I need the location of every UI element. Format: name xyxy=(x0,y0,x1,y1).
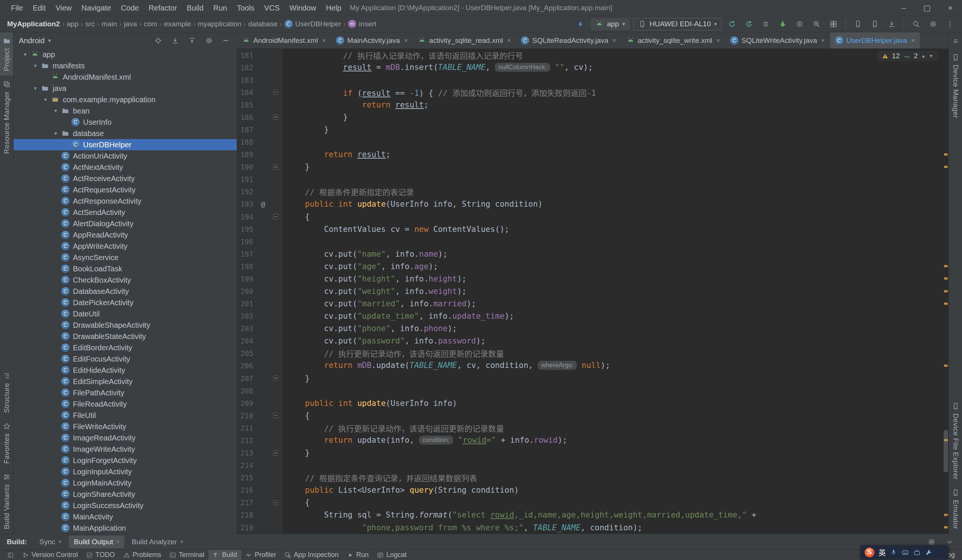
code-line-210[interactable]: 210 { xyxy=(237,409,949,422)
fold-end-icon[interactable] xyxy=(270,447,282,459)
status-item-terminal[interactable]: Terminal xyxy=(165,550,208,560)
search-everywhere-button[interactable] xyxy=(909,18,923,31)
tree-item-alertdialogactivity[interactable]: CAlertDialogActivity xyxy=(13,218,237,229)
menu-file[interactable]: File xyxy=(6,0,28,16)
tree-expand-icon[interactable]: ▾ xyxy=(20,51,30,58)
tree-item-actrequestactivity[interactable]: CActRequestActivity xyxy=(13,184,237,195)
apply-code-changes-button[interactable] xyxy=(742,18,756,31)
code-line-215[interactable]: 215 // 根据指定条件查询记录，并返回结果数据列表 xyxy=(237,472,949,484)
close-button[interactable]: × xyxy=(939,0,962,16)
code-line-206[interactable]: 206 return mDB.update(TABLE_NAME, cv, co… xyxy=(237,360,949,372)
breadcrumb-item-database[interactable]: database xyxy=(246,19,279,29)
fold-end-icon[interactable] xyxy=(270,111,282,123)
tree-item-userinfo[interactable]: CUserInfo xyxy=(13,116,237,128)
status-item-run[interactable]: Run xyxy=(343,550,373,560)
target-device-select[interactable]: HUAWEI EDI-AL10▾ xyxy=(633,18,722,31)
tree-expand-icon[interactable]: ▾ xyxy=(31,62,40,69)
status-item-version-control[interactable]: Version Control xyxy=(18,550,82,560)
code-line-219[interactable]: 219 "phone,password from %s where %s;", … xyxy=(237,521,949,534)
toolwindow-project-button[interactable]: Project xyxy=(0,32,13,76)
code-editor[interactable]: 181 // 执行插入记录动作，该语句返回插入记录的行号182 result =… xyxy=(237,49,949,534)
profile-app-button[interactable] xyxy=(810,18,823,31)
tree-item-actresponseactivity[interactable]: CActResponseActivity xyxy=(13,195,237,207)
tree-item-filepathactivity[interactable]: CFilePathActivity xyxy=(13,387,237,399)
close-tab-icon[interactable]: × xyxy=(322,37,326,44)
editor-tab-activity-sqlite-write-xml[interactable]: activity_sqlite_write.xml× xyxy=(621,32,725,48)
code-line-200[interactable]: 200 cv.put("weight", info.weight); xyxy=(237,285,949,297)
close-tab-icon[interactable]: × xyxy=(613,37,616,44)
sogou-logo-icon[interactable]: S xyxy=(865,548,875,557)
debug-button[interactable] xyxy=(776,18,789,31)
tree-item-logininputactivity[interactable]: CLoginInputActivity xyxy=(13,466,237,477)
tree-item-androidmanifest-xml[interactable]: AndroidManifest.xml xyxy=(13,71,237,83)
editor-tab-sqlitewriteactivity-java[interactable]: CSQLiteWriteActivity.java× xyxy=(725,32,830,48)
status-item-build[interactable]: Build xyxy=(208,550,241,560)
project-view-selector[interactable]: Android ▾ xyxy=(19,37,51,45)
breadcrumb-item-app[interactable]: app xyxy=(65,19,81,29)
code-line-201[interactable]: 201 cv.put("married", info.married); xyxy=(237,298,949,310)
editor-tab-userdbhelper-java[interactable]: CUserDBHelper.java× xyxy=(830,32,920,48)
fold-end-icon[interactable] xyxy=(270,372,282,384)
status-item-profiler[interactable]: Profiler xyxy=(241,550,280,560)
breadcrumb-item-myapplication[interactable]: myapplication xyxy=(196,19,243,29)
tree-item-actreceiveactivity[interactable]: CActReceiveActivity xyxy=(13,173,237,184)
ime-toolbar[interactable]: S英 xyxy=(860,545,949,559)
tree-item-drawableshapeactivity[interactable]: CDrawableShapeActivity xyxy=(13,320,237,331)
status-item-problems[interactable]: Problems xyxy=(119,550,165,560)
close-tab-icon[interactable]: × xyxy=(404,37,408,44)
warning-stripe-mark[interactable] xyxy=(944,290,948,292)
warning-stripe-mark[interactable] xyxy=(944,278,948,280)
tree-item-drawablestateactivity[interactable]: CDrawableStateActivity xyxy=(13,331,237,342)
breadcrumb-item-java[interactable]: java xyxy=(122,19,139,29)
code-line-195[interactable]: 195 ContentValues cv = new ContentValues… xyxy=(237,223,949,235)
next-highlight-button[interactable]: ▼ xyxy=(929,54,933,58)
editor-tab-activity-sqlite-read-xml[interactable]: activity_sqlite_read.xml× xyxy=(413,32,516,48)
breadcrumb-item-main[interactable]: main xyxy=(100,19,119,29)
tree-item-asyncservice[interactable]: CAsyncService xyxy=(13,252,237,263)
code-line-185[interactable]: 185 return result; xyxy=(237,98,949,111)
code-line-213[interactable]: 213 } xyxy=(237,447,949,459)
ime-settings-button[interactable] xyxy=(925,549,932,556)
tree-item-editsimpleactivity[interactable]: CEditSimpleActivity xyxy=(13,376,237,387)
menu-build[interactable]: Build xyxy=(182,0,208,16)
multi-preview-button[interactable] xyxy=(827,18,840,31)
code-line-193[interactable]: 193@ public int update(UserInfo info, St… xyxy=(237,198,949,210)
code-line-207[interactable]: 207 } xyxy=(237,372,949,384)
code-line-192[interactable]: 192 // 根据条件更新指定的表记录 xyxy=(237,186,949,198)
code-line-194[interactable]: 194 { xyxy=(237,210,949,223)
tree-item-dateutil[interactable]: CDateUtil xyxy=(13,308,237,320)
close-tab-icon[interactable]: × xyxy=(180,539,183,545)
tree-item-fileutil[interactable]: CFileUtil xyxy=(13,410,237,421)
menu-edit[interactable]: Edit xyxy=(28,0,50,16)
menu-refactor[interactable]: Refactor xyxy=(144,0,182,16)
tree-item-edithideactivity[interactable]: CEditHideActivity xyxy=(13,365,237,376)
menu-view[interactable]: View xyxy=(51,0,77,16)
editor-scrollbar-thumb[interactable] xyxy=(944,429,948,473)
toolwindow-emulator-button[interactable]: Emulator xyxy=(949,484,962,534)
tree-item-loginmainactivity[interactable]: CLoginMainActivity xyxy=(13,477,237,489)
tree-expand-icon[interactable]: ▾ xyxy=(51,130,60,137)
collapse-all-button[interactable] xyxy=(186,35,198,46)
code-line-198[interactable]: 198 cv.put("age", info.age); xyxy=(237,260,949,273)
code-line-211[interactable]: 211 // 执行更新记录动作，该语句返回更新的记录数量 xyxy=(237,422,949,434)
code-line-182[interactable]: 182 result = mDB.insert(TABLE_NAME, null… xyxy=(237,61,949,74)
ime-mic-button[interactable] xyxy=(890,549,897,556)
hide-panel-button[interactable] xyxy=(220,35,231,46)
toolwindow-device-manager-button[interactable]: Device Manager xyxy=(949,49,962,123)
close-tab-icon[interactable]: × xyxy=(58,539,61,545)
ime-keyboard-button[interactable] xyxy=(902,549,909,556)
status-item-app-inspection[interactable]: App Inspection xyxy=(280,550,343,560)
code-line-208[interactable]: 208 xyxy=(237,384,949,397)
warning-stripe-mark[interactable] xyxy=(944,303,948,305)
notifications-button[interactable] xyxy=(949,32,962,49)
menu-vcs[interactable]: VCS xyxy=(259,0,284,16)
ime-toolbox-button[interactable] xyxy=(913,549,921,556)
code-line-184[interactable]: 184 if (result == -1) { // 添加成功则返回行号，添加失… xyxy=(237,86,949,98)
editor-tab-mainactivity-java[interactable]: CMainActivity.java× xyxy=(331,32,413,48)
code-line-199[interactable]: 199 cv.put("height", info.height); xyxy=(237,273,949,285)
tree-item-datepickeractivity[interactable]: CDatePickerActivity xyxy=(13,297,237,308)
build-tab-build-output[interactable]: Build Output× xyxy=(69,536,124,548)
menu-navigate[interactable]: Navigate xyxy=(77,0,116,16)
code-line-197[interactable]: 197 cv.put("name", info.name); xyxy=(237,248,949,260)
run-configurations-list-button[interactable] xyxy=(759,18,773,31)
